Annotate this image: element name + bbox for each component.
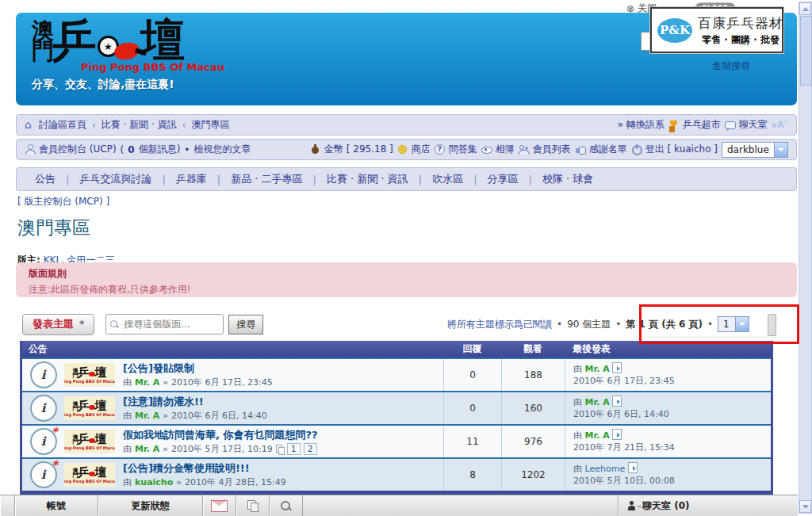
- messages-button[interactable]: [203, 495, 236, 516]
- forum-search-input[interactable]: [122, 318, 219, 331]
- views-count: 160: [501, 392, 565, 424]
- nav-item-sharing[interactable]: 分享區: [488, 172, 519, 186]
- advanced-search-link[interactable]: 進階搜尋: [712, 59, 750, 73]
- faq-icon: [435, 144, 445, 155]
- topic-date: 2010年 4月 28日, 15:49: [185, 476, 286, 488]
- header-views: 觀看: [501, 342, 565, 356]
- topic-date: 2010年 5月 17日, 10:19: [171, 443, 273, 455]
- goto-last-post-icon[interactable]: [612, 396, 622, 407]
- breadcrumb-home-link[interactable]: 討論區首頁: [39, 118, 86, 132]
- topic-info-icon: i: [30, 361, 57, 388]
- scroll-up-arrow[interactable]: [799, 2, 811, 15]
- topic-title-link[interactable]: 假如我地訪問曾海華, 你會有乜問題想問??: [123, 429, 443, 441]
- mark-topics-read-link[interactable]: 將所有主題標示爲已閱讀: [447, 318, 552, 331]
- rules-body: 注意:此區所發佈的賽程,只供參考作用!: [29, 283, 784, 296]
- nav-item-news[interactable]: 比賽 · 新聞 · 資訊: [327, 172, 408, 186]
- scrollbar-thumb[interactable]: [800, 16, 812, 86]
- topic-author-link[interactable]: Mr. A: [135, 411, 159, 421]
- nav-item-clubs[interactable]: 校隊 · 球會: [542, 172, 593, 186]
- last-post-date: 2010年 5月 10日, 00:08: [573, 476, 675, 486]
- table-row: i 澳門 乒 壇 Ping Pong BBS Of Macau [注意]請勿灌水…: [22, 391, 771, 424]
- site-banner: 澳 門 乒 ★ 壇 Ping Pong BBS Of Macau 分享、交友、討…: [16, 13, 797, 105]
- nav-item-secondhand[interactable]: 新品 · 二手專區: [231, 172, 302, 186]
- footer-search-button[interactable]: [270, 495, 303, 516]
- forum-rules-box: 版面規則 注意:此區所發佈的賽程,只供參考作用!: [16, 262, 797, 297]
- trophy-icon: [668, 120, 679, 130]
- ad-banner[interactable]: P&K 百康乒乓器材 零售 · 團購 · 批發: [650, 7, 783, 53]
- breadcrumb-current-link[interactable]: 澳門專區: [192, 118, 230, 132]
- magnifier-icon: [280, 500, 292, 512]
- select-arrow-icon: [774, 143, 787, 157]
- envelope-icon: [211, 500, 228, 512]
- view-your-posts-link[interactable]: 檢視您的文章: [193, 143, 251, 156]
- mcp-link[interactable]: [ 版主控制台 (MCP) ]: [17, 195, 109, 208]
- star-icon: *: [79, 319, 84, 330]
- table-row: i * 澳門 乒 壇 Ping Pong BBS Of Macau [公告]積分…: [22, 457, 771, 491]
- account-button[interactable]: 帳號: [15, 495, 98, 516]
- style-select[interactable]: darkblue: [722, 142, 788, 158]
- table-row: i * 澳門 乒 壇 Ping Pong BBS Of Macau 假如我地訪問…: [22, 424, 771, 457]
- money-bag-icon: [310, 144, 320, 155]
- shop-link[interactable]: 商店: [412, 143, 431, 156]
- chatroom-button[interactable]: 聊天室 (0): [619, 495, 798, 516]
- topic-logo-thumb: 澳門 乒 壇 Ping Pong BBS Of Macau: [64, 396, 115, 420]
- topic-title-link[interactable]: [公告]發貼限制: [123, 362, 443, 374]
- site-logo: 澳 門 乒 ★ 壇 Ping Pong BBS Of Macau 分享、交友、討…: [32, 19, 224, 92]
- topic-author-link[interactable]: Mr. A: [135, 377, 159, 388]
- replies-count: 0: [443, 392, 501, 424]
- topic-logo-thumb: 澳門 乒 壇 Ping Pong BBS Of Macau: [64, 463, 115, 487]
- update-status-button[interactable]: 更新狀態: [98, 495, 203, 516]
- ucp-link[interactable]: 會員控制台 (UCP): [39, 143, 117, 156]
- goto-last-post-icon[interactable]: [628, 462, 638, 473]
- logo-subtitle: Ping Pong BBS Of Macau: [81, 62, 224, 73]
- breadcrumb-parent-link[interactable]: 比賽 · 新聞 · 資訊: [102, 118, 177, 132]
- ad-logo: P&K: [657, 18, 692, 43]
- topic-count: 90 個主題: [567, 318, 611, 331]
- thanks-icon: [575, 144, 585, 155]
- topic-author-link[interactable]: kuaicho: [135, 477, 173, 487]
- views-count: 188: [501, 359, 565, 391]
- chat-bubble-icon: [725, 120, 735, 130]
- goto-last-post-icon[interactable]: [612, 362, 622, 373]
- goto-page-button[interactable]: 2: [304, 443, 317, 455]
- gold-balance-link[interactable]: 金幣 [ 295.18 ]: [324, 143, 393, 156]
- last-post-author-link[interactable]: Leehome: [585, 464, 626, 474]
- topic-date: 2010年 6月 6日, 14:40: [171, 410, 267, 422]
- topic-title-link[interactable]: [注意]請勿灌水!!: [123, 396, 443, 407]
- table-row: i 澳門 乒 壇 Ping Pong BBS Of Macau [公告]發貼限制…: [22, 357, 771, 391]
- vertical-scrollbar[interactable]: [799, 2, 812, 514]
- switch-language-link[interactable]: » 轉換語系: [618, 118, 665, 132]
- scroll-down-arrow[interactable]: [799, 500, 811, 513]
- faq-link[interactable]: 問答集: [449, 143, 477, 156]
- goto-page-button[interactable]: 1: [287, 443, 301, 455]
- ad-title: 百康乒乓器材: [698, 14, 783, 32]
- nav-item-announcements[interactable]: 公告: [35, 172, 56, 186]
- starred-icon: *: [52, 425, 58, 439]
- logout-link[interactable]: 登出 [ kuaicho ]: [645, 143, 718, 156]
- last-post-author-link[interactable]: Mr. A: [585, 397, 610, 407]
- logout-icon: [631, 144, 642, 155]
- search-button[interactable]: 搜尋: [228, 315, 263, 334]
- goto-last-post-icon[interactable]: [612, 429, 622, 440]
- posts-button[interactable]: [236, 495, 270, 516]
- album-link[interactable]: 相簿: [496, 143, 515, 156]
- breadcrumb: ⌂ 討論區首頁 ‹ 比賽 · 新聞 · 資訊 ‹ 澳門專區: [25, 118, 230, 132]
- chatroom-link[interactable]: 聊天室: [739, 118, 768, 132]
- nav-item-equipment[interactable]: 乒器庫: [176, 172, 207, 186]
- topic-author-link[interactable]: Mr. A: [135, 444, 159, 454]
- thanks-list-link[interactable]: 感謝名單: [589, 143, 627, 156]
- last-post-author-link[interactable]: Mr. A: [585, 364, 610, 374]
- last-post-date: 2010年 6月 17日, 23:45: [573, 376, 675, 386]
- member-list-link[interactable]: 會員列表: [533, 143, 571, 156]
- pingpong-market-link[interactable]: 乒乓超市: [683, 118, 721, 132]
- nav-item-offtopic[interactable]: 吹水區: [432, 172, 463, 186]
- new-topic-button[interactable]: 發表主題 *: [22, 314, 94, 335]
- rules-title: 版面規則: [29, 267, 784, 281]
- album-icon: [481, 144, 492, 155]
- ad-subtitle: 零售 · 團購 · 批發: [702, 33, 779, 47]
- topic-title-link[interactable]: [公告]積分金幣使用說明!!!: [123, 462, 443, 474]
- nav-item-discussion[interactable]: 乒乓交流與討論: [79, 172, 151, 186]
- font-size-icon[interactable]: vAˆ: [772, 120, 788, 130]
- last-post-author-link[interactable]: Mr. A: [585, 430, 610, 441]
- last-post-date: 2010年 6月 6日, 14:40: [573, 409, 669, 419]
